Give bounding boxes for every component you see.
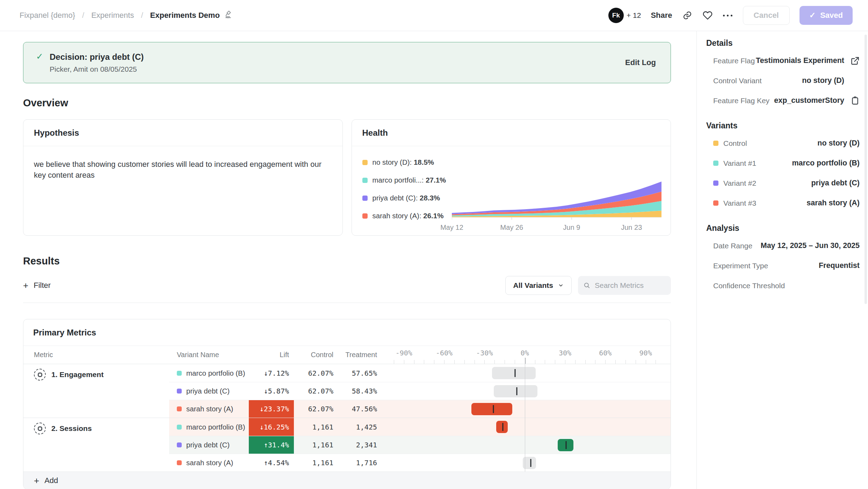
variants-dropdown[interactable]: All Variants xyxy=(505,276,572,295)
control-value-cell: 62.07% xyxy=(294,382,337,400)
add-filter-button[interactable]: + Filter xyxy=(23,281,51,290)
variant-label: Control xyxy=(713,139,747,148)
table-row[interactable]: priya debt (C)↑31.4%1,1612,341 xyxy=(169,436,671,454)
lift-point-marker xyxy=(493,405,494,413)
more-options-button[interactable] xyxy=(723,10,733,21)
add-metric-button[interactable]: + Add xyxy=(23,472,671,489)
breadcrumb-item-1[interactable]: Fixpanel {demo} xyxy=(20,11,75,20)
variant-name: marco portfolio (B) xyxy=(186,423,245,431)
hypothesis-card: Hypothesis we believe that showing custo… xyxy=(23,119,343,236)
variant-swatch xyxy=(177,371,182,376)
search-metrics-input[interactable] xyxy=(595,281,665,290)
legend-swatch xyxy=(362,178,368,183)
analysis-label: Experiment Type xyxy=(713,262,768,270)
hypothesis-body: we believe that showing customer stories… xyxy=(23,146,342,193)
detail-row: Feature Flag Keyexp_customerStory xyxy=(706,91,860,111)
lift-point-marker xyxy=(516,387,518,395)
search-metrics-box[interactable] xyxy=(578,276,671,295)
favorite-heart-icon[interactable] xyxy=(702,10,713,21)
minor-tick xyxy=(535,360,535,364)
lift-point-marker xyxy=(502,423,504,431)
variant-swatch xyxy=(713,161,718,166)
table-row[interactable]: marco portfolio (B)↓7.12%62.07%57.65% xyxy=(169,364,671,382)
collaborators-overflow-count[interactable]: + 12 xyxy=(627,11,641,20)
legend-label: priya debt (C): 28.3% xyxy=(372,194,440,202)
health-card: Health no story (D): 18.5%marco portfoli… xyxy=(352,119,671,236)
health-legend: no story (D): 18.5%marco portfoli...: 27… xyxy=(362,158,446,236)
x-tick-label: Jun 23 xyxy=(621,224,642,232)
confidence-interval-bar xyxy=(496,421,508,433)
chevron-down-icon xyxy=(558,283,564,288)
variant-swatch xyxy=(177,460,182,465)
variant-swatch xyxy=(713,180,718,186)
variant-name-cell: priya debt (C) xyxy=(169,436,249,454)
analysis-row: Date RangeMay 12, 2025 – Jun 30, 2025 xyxy=(706,236,860,256)
breadcrumb-item-2[interactable]: Experiments xyxy=(91,11,134,20)
variant-row: Controlno story (D) xyxy=(706,133,860,153)
control-value-cell: 1,161 xyxy=(294,436,337,454)
collaborators[interactable]: Fk + 12 xyxy=(608,8,641,23)
minor-tick xyxy=(565,360,565,364)
minor-tick xyxy=(555,360,555,364)
legend-swatch xyxy=(362,213,368,219)
analysis-label: Confidence Threshold xyxy=(713,282,785,290)
variant-row: Variant #3sarah story (A) xyxy=(706,193,860,213)
variant-row: Variant #1marco portfolio (B) xyxy=(706,153,860,173)
share-button[interactable]: Share xyxy=(651,11,672,20)
x-tick-label: Jun 9 xyxy=(563,224,580,232)
legend-item: priya debt (C): 28.3% xyxy=(362,194,446,202)
lift-value-cell: ↓16.25% xyxy=(249,418,294,436)
control-value-cell: 1,161 xyxy=(294,418,337,436)
metric-cell[interactable]: 1. Engagement xyxy=(23,364,169,418)
lift-point-marker xyxy=(515,369,516,377)
table-row[interactable]: sarah story (A)↓23.37%62.07%47.56% xyxy=(169,400,671,418)
metric-group: 1. Engagementmarco portfolio (B)↓7.12%62… xyxy=(23,364,671,418)
minor-tick xyxy=(595,360,595,364)
minor-tick xyxy=(636,360,636,364)
external-link-icon[interactable] xyxy=(844,56,860,65)
table-row[interactable]: priya debt (C)↓5.87%62.07%58.43% xyxy=(169,382,671,400)
variant-swatch xyxy=(713,141,718,146)
table-row[interactable]: sarah story (A)↑4.54%1,1611,716 xyxy=(169,454,671,472)
variant-label: Variant #1 xyxy=(713,159,756,168)
variant-swatch xyxy=(177,442,182,447)
zero-baseline xyxy=(525,358,526,472)
control-value-cell: 62.07% xyxy=(294,400,337,418)
avatar[interactable]: Fk xyxy=(608,8,624,23)
variant-swatch xyxy=(177,425,182,430)
sidebar-scrollbar[interactable] xyxy=(865,35,867,304)
table-row[interactable]: marco portfolio (B)↓16.25%1,1611,425 xyxy=(169,418,671,436)
confidence-interval-bar xyxy=(471,403,512,415)
primary-metrics-title: Primary Metrics xyxy=(23,319,671,346)
cancel-button[interactable]: Cancel xyxy=(743,6,790,25)
minor-tick xyxy=(434,360,434,364)
edit-log-button[interactable]: Edit Log xyxy=(625,58,656,67)
variant-swatch xyxy=(713,200,718,206)
confidence-interval-cell xyxy=(381,364,671,382)
control-value-cell: 62.07% xyxy=(294,364,337,382)
minor-tick xyxy=(545,360,545,364)
check-icon: ✓ xyxy=(809,11,816,20)
minor-tick xyxy=(484,360,485,364)
lift-point-marker xyxy=(530,459,531,467)
x-tick-label: May 26 xyxy=(500,224,523,232)
metric-cell[interactable]: 2. Sessions xyxy=(23,418,169,472)
confidence-interval-cell xyxy=(381,400,671,418)
column-header-lift: Lift xyxy=(249,346,294,364)
copy-icon[interactable] xyxy=(844,96,860,105)
minor-tick xyxy=(424,360,424,364)
variant-value: no story (D) xyxy=(817,139,860,148)
column-header-variant: Variant Name xyxy=(169,346,249,364)
minor-tick xyxy=(494,360,495,364)
breadcrumb-separator: / xyxy=(82,11,84,20)
axis-tick-label: 60% xyxy=(599,349,612,357)
saved-button[interactable]: ✓ Saved xyxy=(800,6,853,25)
variant-name: priya debt (C) xyxy=(186,387,230,395)
axis-tick-label: -90% xyxy=(396,349,412,357)
detail-value[interactable]: Testimonials Experiment xyxy=(756,56,844,65)
variant-name-cell: marco portfolio (B) xyxy=(169,364,249,382)
copy-link-icon[interactable] xyxy=(682,10,693,21)
variant-row: Variant #2priya debt (C) xyxy=(706,173,860,193)
confidence-interval-cell xyxy=(381,436,671,454)
detail-value: no story (D) xyxy=(802,76,844,85)
